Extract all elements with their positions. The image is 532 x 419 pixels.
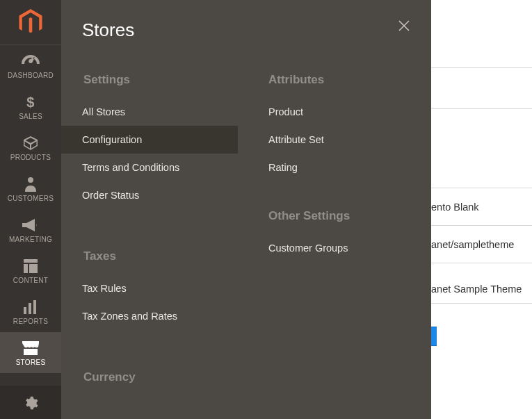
flyout-col-right: Attributes Product Attribute Set Rating … [246, 66, 431, 395]
nav-label: CONTENT [13, 277, 48, 284]
divider [431, 108, 532, 109]
nav-label: CUSTOMERS [8, 195, 54, 202]
nav-label: PRODUCTS [10, 154, 51, 161]
menu-tax-rules[interactable]: Tax Rules [61, 274, 238, 302]
section-heading-currency: Currency [63, 363, 238, 395]
person-icon [25, 176, 36, 192]
magento-logo[interactable] [0, 0, 61, 45]
menu-product[interactable]: Product [248, 98, 423, 126]
menu-attribute-set[interactable]: Attribute Set [248, 126, 423, 154]
close-button[interactable] [398, 19, 410, 35]
menu-customer-groups[interactable]: Customer Groups [248, 234, 423, 262]
flyout-columns: Settings All Stores Configuration Terms … [61, 66, 431, 395]
megaphone-icon [22, 217, 39, 233]
layout-icon [24, 258, 38, 274]
nav-marketing[interactable]: MARKETING [0, 209, 61, 250]
svg-point-1 [28, 177, 33, 183]
peek-text: anet Sample Theme [431, 284, 522, 295]
gear-icon [23, 395, 38, 411]
nav-system-settings[interactable] [0, 386, 61, 419]
admin-sidebar: DASHBOARD $ SALES PRODUCTS CUSTOMERS MAR… [0, 0, 61, 419]
menu-terms-conditions[interactable]: Terms and Conditions [61, 154, 238, 181]
divider [431, 188, 532, 188]
nav-products[interactable]: PRODUCTS [0, 127, 61, 168]
nav-label: SALES [19, 113, 42, 120]
nav-label: DASHBOARD [8, 72, 54, 79]
dollar-icon: $ [26, 95, 35, 110]
section-heading-other: Other Settings [248, 202, 423, 234]
flyout-title: Stores [82, 19, 134, 41]
magento-logo-icon [19, 9, 42, 35]
bar-chart-icon [24, 299, 38, 315]
svg-text:$: $ [26, 95, 34, 110]
menu-configuration[interactable]: Configuration [61, 126, 238, 154]
storefront-icon [22, 340, 39, 356]
menu-tax-zones-rates[interactable]: Tax Zones and Rates [61, 302, 238, 330]
main-content-peek: ento Blank anet/sampletheme anet Sample … [431, 0, 532, 419]
nav-customers[interactable]: CUSTOMERS [0, 168, 61, 209]
nav-reports[interactable]: REPORTS [0, 291, 61, 332]
peek-text: anet/sampletheme [431, 239, 514, 250]
flyout-header: Stores [61, 17, 431, 66]
section-gap [63, 330, 238, 363]
divider [431, 67, 532, 68]
nav-dashboard[interactable]: DASHBOARD [0, 45, 61, 86]
nav-sales[interactable]: $ SALES [0, 86, 61, 127]
peek-text: ento Blank [431, 202, 479, 213]
nav-label: MARKETING [9, 236, 52, 243]
section-gap [248, 181, 423, 202]
section-heading-settings: Settings [63, 66, 238, 98]
section-gap [63, 209, 238, 243]
svg-rect-4 [33, 300, 36, 314]
menu-order-status[interactable]: Order Status [61, 181, 238, 209]
section-heading-taxes: Taxes [63, 243, 238, 274]
menu-all-stores[interactable]: All Stores [61, 98, 238, 126]
menu-rating[interactable]: Rating [248, 154, 423, 181]
flyout-col-left: Settings All Stores Configuration Terms … [61, 66, 246, 395]
nav-content[interactable]: CONTENT [0, 250, 61, 291]
nav-stores[interactable]: STORES [0, 332, 61, 373]
svg-rect-2 [24, 307, 26, 314]
divider [431, 303, 532, 304]
divider [431, 263, 532, 263]
stores-flyout: Stores Settings All Stores Configuration… [61, 0, 431, 419]
close-icon [398, 19, 410, 32]
svg-rect-3 [29, 303, 31, 314]
divider [431, 225, 532, 226]
section-heading-attributes: Attributes [248, 66, 423, 98]
primary-button-edge[interactable] [431, 327, 437, 346]
nav-label: REPORTS [13, 318, 48, 325]
cube-icon [23, 135, 38, 151]
gauge-icon [22, 54, 40, 69]
nav-label: STORES [16, 359, 46, 366]
